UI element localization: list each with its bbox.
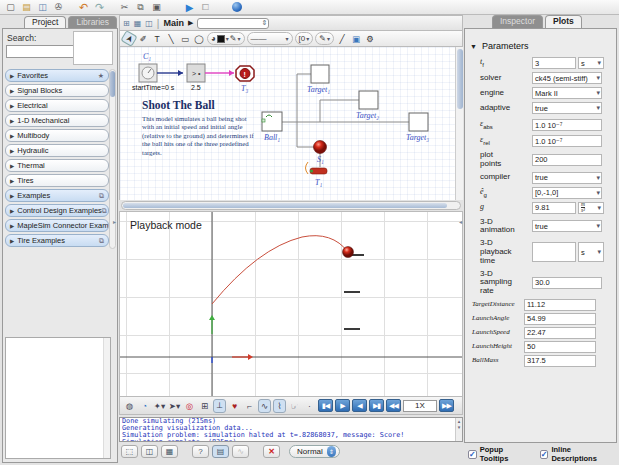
ball-mass-input[interactable]: 317.5 — [524, 355, 596, 367]
playback-time-input[interactable] — [532, 242, 576, 262]
breadcrumb[interactable]: Main — [163, 18, 184, 28]
component-combobox[interactable] — [197, 18, 269, 29]
target-distance-input[interactable]: 11.12 — [524, 299, 596, 311]
follow-icon[interactable]: ☞ — [288, 399, 301, 413]
engine-dropdown[interactable]: Mark II — [532, 87, 602, 99]
view-preset-icon[interactable]: ✦▾ — [153, 399, 166, 413]
select-cursor-icon[interactable]: ➤▾ — [168, 399, 181, 413]
probe-button[interactable]: ∿ — [232, 445, 249, 458]
left-splitter-handle[interactable]: ▸ — [113, 218, 116, 225]
search-input[interactable] — [6, 45, 74, 58]
tab-plots[interactable]: Plots — [545, 15, 582, 28]
popup-tooltips-checkbox[interactable]: ✓ Popup Tooltips — [468, 445, 532, 463]
prev-frame-button[interactable]: ◀ — [352, 399, 367, 412]
console-scrollbar[interactable]: ▴▾ — [455, 418, 462, 441]
sidebar-item-examples[interactable]: Examples⧉ — [5, 189, 109, 202]
threed-view-button[interactable]: ◫ — [141, 445, 158, 458]
attach-icon[interactable]: ✇ — [52, 1, 65, 13]
run-simulation-button[interactable]: ▶ — [183, 1, 196, 13]
playback-speed-input[interactable]: 1X — [403, 400, 437, 412]
redo-icon[interactable]: ↷ — [93, 1, 106, 13]
grid-icon[interactable]: ⊞ — [198, 399, 211, 413]
param-tf-unit[interactable]: s — [578, 57, 604, 69]
launch-angle-input[interactable]: 54.99 — [524, 313, 596, 325]
sidebar-item-maplesim-connector-examples[interactable]: MapleSim Connector Examples⧉ — [5, 219, 109, 232]
arrow-style-dropdown[interactable]: [0▾ — [295, 32, 314, 45]
plot-view-button[interactable]: ▦ — [161, 445, 178, 458]
tab-inspector[interactable]: Inspector — [492, 15, 543, 28]
copy-icon[interactable]: ⧉ — [134, 1, 147, 13]
layers-icon[interactable]: ◫ — [145, 19, 153, 28]
color-swatch[interactable] — [217, 35, 225, 43]
sidebar-item-favorites[interactable]: Favorites★ — [5, 69, 109, 82]
model-view-button[interactable]: ⬚ — [121, 445, 138, 458]
model-canvas[interactable]: > • ! — [119, 47, 463, 200]
grid-view-icon[interactable]: ▦ — [134, 19, 142, 28]
clear-console-button[interactable]: ✕ — [263, 445, 280, 458]
sidebar-item-thermal[interactable]: Thermal — [5, 159, 109, 172]
sidebar-item-1d-mechanical[interactable]: 1-D Mechanical — [5, 114, 109, 127]
ink-icon[interactable]: ✎ — [230, 34, 237, 43]
canvas-vertical-scrollbar[interactable] — [455, 47, 463, 200]
new-document-icon[interactable]: ▢ — [4, 1, 17, 13]
select-tool[interactable]: ➤ — [120, 30, 137, 47]
rel-error-input[interactable]: 1.0 10⁻⁷ — [532, 135, 602, 147]
first-frame-button[interactable]: ▮◀ — [318, 399, 333, 412]
sidebar-item-control-design-examples[interactable]: Control Design Examples⧉ — [5, 204, 109, 217]
trace-icon[interactable]: ∿ — [258, 399, 271, 413]
small-icon[interactable]: · — [303, 399, 316, 413]
sidebar-item-hydraulic[interactable]: Hydraulic — [5, 144, 109, 157]
help-button[interactable]: ? — [192, 445, 209, 458]
playback-view[interactable]: Playback mode — [119, 211, 463, 397]
ellipse-tool[interactable]: ◯ — [193, 32, 205, 45]
launch-height-input[interactable]: 50 — [524, 341, 596, 353]
right-splitter-handle[interactable]: ◂ — [459, 218, 462, 225]
playback-time-unit[interactable]: s — [578, 242, 604, 262]
pen-dropdown[interactable]: ✎▾ — [315, 32, 334, 45]
gravity-input[interactable]: 9.81 — [532, 202, 576, 214]
color-wheel-icon[interactable]: ◕ — [211, 34, 216, 43]
record-icon[interactable]: ◎ — [183, 399, 196, 413]
window-icon[interactable]: ⧠ — [199, 1, 212, 13]
description-scrollbar[interactable] — [103, 338, 110, 458]
probe-tool-icon[interactable]: ✐ — [137, 32, 149, 45]
cad-icon[interactable]: ▣ — [350, 32, 362, 45]
line-tool[interactable]: ╲ — [165, 32, 177, 45]
paste-icon[interactable]: ▣ — [150, 1, 163, 13]
keyframe-icon[interactable]: ♥ — [228, 399, 241, 413]
tab-project[interactable]: Project — [24, 16, 66, 28]
gravity-vector-dropdown[interactable]: [0,-1,0] — [532, 187, 602, 199]
undo-icon[interactable]: ↶ — [77, 1, 90, 13]
collapse-triangle-icon[interactable]: ▼ — [470, 43, 477, 50]
launch-speed-input[interactable]: 22.47 — [524, 327, 596, 339]
sidebar-item-tire-examples[interactable]: Tire Examples⧉ — [5, 234, 109, 247]
cut-icon[interactable]: ✂ — [118, 1, 131, 13]
play-button[interactable]: ▶ — [335, 399, 350, 412]
plot-points-input[interactable]: 200 — [532, 154, 602, 166]
sidebar-item-electrical[interactable]: Electrical — [5, 99, 109, 112]
settings-gear-icon[interactable]: ⚙ — [364, 32, 376, 45]
detail-level-dropdown[interactable]: Normal ⇕ — [289, 445, 340, 458]
fit-view-icon[interactable]: ⊞ — [123, 19, 130, 28]
solver-dropdown[interactable]: ck45 (semi-stiff) — [532, 72, 602, 84]
save-icon[interactable]: ◫ — [36, 1, 49, 13]
tab-libraries[interactable]: Libraries — [68, 16, 117, 28]
trace2-icon[interactable]: ⌇ — [273, 399, 286, 413]
path-icon[interactable]: ⌐ — [243, 399, 256, 413]
line-style-dropdown[interactable]: ——▾ — [247, 32, 293, 45]
rewind-button[interactable]: ◀◀ — [386, 399, 401, 412]
sidebar-item-signal-blocks[interactable]: Signal Blocks — [5, 84, 109, 97]
canvas-horizontal-scrollbar[interactable] — [121, 201, 461, 210]
param-tf-input[interactable]: 3 — [532, 57, 576, 69]
rectangle-tool[interactable]: ▭ — [179, 32, 191, 45]
fast-forward-button[interactable]: ▶▶ — [439, 399, 454, 412]
help-icon[interactable] — [232, 2, 242, 12]
text-tool[interactable]: T — [151, 32, 163, 45]
sampling-rate-input[interactable]: 30.0 — [532, 277, 602, 289]
sidebar-item-tires[interactable]: Tires — [5, 174, 109, 187]
axes-icon[interactable]: ⟂ — [213, 399, 226, 413]
sidebar-item-multibody[interactable]: Multibody — [5, 129, 109, 142]
gravity-unit[interactable]: ms² — [578, 202, 604, 214]
attach-probe-icon[interactable]: ╱ — [336, 32, 348, 45]
time-icon[interactable]: ◔ — [138, 399, 151, 413]
